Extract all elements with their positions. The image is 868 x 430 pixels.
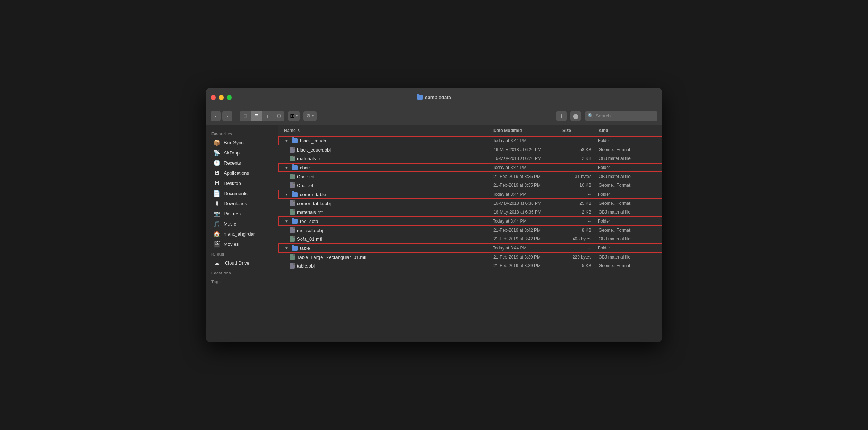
- sidebar-item-label: Music: [224, 221, 236, 227]
- sidebar-item-icloud-drive[interactable]: ☁ iCloud Drive: [208, 258, 276, 268]
- main-content: Favourites 📦 Box Sync 📡 AirDrop 🕐 Recent…: [206, 125, 662, 342]
- search-input[interactable]: [596, 113, 654, 119]
- sidebar-item-label: Recents: [224, 160, 241, 166]
- actions-button[interactable]: ⚙ ▾: [303, 111, 317, 121]
- col-size-header[interactable]: Size: [562, 128, 599, 133]
- share-button[interactable]: ⬆: [556, 111, 567, 121]
- sidebar-item-label: iCloud Drive: [224, 260, 249, 266]
- file-list: ▼ black_couch Today at 3:44 PM -- Folder…: [278, 136, 662, 342]
- column-headers: Name ∧ Date Modified Size Kind: [278, 125, 662, 136]
- sidebar-item-label: manojjahgirdar: [224, 231, 255, 237]
- sidebar-item-label: Movies: [224, 241, 239, 247]
- sidebar-item-recents[interactable]: 🕐 Recents: [208, 158, 276, 168]
- sidebar-item-airdrop[interactable]: 📡 AirDrop: [208, 148, 276, 158]
- sidebar-item-label: Pictures: [224, 211, 241, 216]
- applications-icon: 🖥: [214, 170, 220, 176]
- window-title: sampledata: [417, 95, 451, 100]
- gear-chevron-icon: ▾: [312, 114, 314, 118]
- table-row[interactable]: materials.mtl 16-May-2018 at 6:26 PM 2 K…: [278, 154, 662, 163]
- movies-icon: 🎬: [214, 241, 220, 247]
- finder-window: sampledata ‹ › ⊞ ☰ ⫿ ⊡ ⊞ ▾ ⚙ ▾ ⬆ ⬤ 🔍: [206, 88, 662, 342]
- table-row[interactable]: black_couch.obj 16-May-2018 at 6:26 PM 5…: [278, 145, 662, 154]
- col-name-header[interactable]: Name ∧: [284, 128, 493, 133]
- table-row[interactable]: ▼ table Today at 3:44 PM -- Folder: [278, 243, 662, 253]
- maximize-button[interactable]: [227, 95, 232, 100]
- file-name: black_couch.obj: [290, 147, 493, 153]
- list-view-button[interactable]: ☰: [251, 111, 262, 121]
- gallery-view-button[interactable]: ⊡: [273, 111, 284, 121]
- downloads-icon: ⬇: [214, 200, 220, 207]
- expand-triangle-icon: ▼: [285, 193, 288, 197]
- forward-button[interactable]: ›: [222, 111, 232, 121]
- file-icon: [290, 254, 295, 260]
- sidebar-item-desktop[interactable]: 🖥 Desktop: [208, 178, 276, 188]
- view-options-dropdown[interactable]: ⊞ ▾: [288, 111, 300, 121]
- documents-icon: 📄: [214, 190, 220, 197]
- tag-button[interactable]: ⬤: [570, 111, 581, 121]
- expand-triangle-icon: ▼: [285, 166, 288, 170]
- table-row[interactable]: materials.mtl 16-May-2018 at 6:36 PM 2 K…: [278, 208, 662, 216]
- minimize-button[interactable]: [219, 95, 224, 100]
- folder-name: ▼ chair: [285, 165, 493, 170]
- view-controls: ⊞ ☰ ⫿ ⊡: [240, 111, 284, 121]
- table-row[interactable]: corner_table.obj 16-May-2018 at 6:36 PM …: [278, 199, 662, 208]
- table-row[interactable]: Chair.mtl 21-Feb-2019 at 3:35 PM 131 byt…: [278, 172, 662, 181]
- table-row[interactable]: ▼ red_sofa Today at 3:44 PM -- Folder: [278, 216, 662, 226]
- column-view-button[interactable]: ⫿: [262, 111, 273, 121]
- file-icon: [290, 236, 295, 242]
- sidebar-item-music[interactable]: 🎵 Music: [208, 219, 276, 229]
- title-folder-icon: [417, 95, 423, 100]
- dropdown-chevron-icon: ▾: [296, 114, 298, 118]
- table-row[interactable]: Sofa_01.mtl 21-Feb-2019 at 3:42 PM 408 b…: [278, 235, 662, 243]
- file-icon: [290, 200, 295, 206]
- sidebar-item-label: Documents: [224, 191, 248, 196]
- folder-name: ▼ black_couch: [285, 138, 493, 144]
- file-name: materials.mtl: [290, 156, 493, 161]
- search-box: 🔍: [585, 111, 657, 121]
- table-row[interactable]: red_sofa.obj 21-Feb-2019 at 3:42 PM 8 KB…: [278, 226, 662, 235]
- back-button[interactable]: ‹: [211, 111, 221, 121]
- sidebar-item-movies[interactable]: 🎬 Movies: [208, 239, 276, 249]
- folder-name: ▼ red_sofa: [285, 219, 493, 224]
- expand-triangle-icon: ▼: [285, 139, 288, 143]
- folder-icon: [292, 192, 298, 197]
- table-row[interactable]: table.obj 21-Feb-2019 at 3:39 PM 5 KB Ge…: [278, 261, 662, 270]
- icon-view-button[interactable]: ⊞: [240, 111, 251, 121]
- sort-arrow-icon: ∧: [297, 128, 300, 132]
- col-date-header[interactable]: Date Modified: [493, 128, 562, 133]
- desktop-icon: 🖥: [214, 180, 220, 186]
- empty-area: [278, 270, 662, 342]
- folder-icon: [292, 246, 298, 251]
- sidebar-item-pictures[interactable]: 📷 Pictures: [208, 208, 276, 219]
- table-row[interactable]: ▼ black_couch Today at 3:44 PM -- Folder: [278, 136, 662, 145]
- table-row[interactable]: ▼ corner_table Today at 3:44 PM -- Folde…: [278, 190, 662, 199]
- sidebar-item-applications[interactable]: 🖥 Applications: [208, 168, 276, 178]
- locations-label: Locations: [206, 268, 278, 277]
- col-kind-header[interactable]: Kind: [599, 128, 657, 133]
- folder-icon: [292, 219, 298, 224]
- file-area: Name ∧ Date Modified Size Kind ▼ black_c…: [278, 125, 662, 342]
- recents-icon: 🕐: [214, 160, 220, 166]
- icloud-icon: ☁: [214, 260, 220, 266]
- file-name: table.obj: [290, 263, 493, 269]
- table-row[interactable]: Table_Large_Rectangular_01.mtl 21-Feb-20…: [278, 253, 662, 261]
- folder-name: ▼ corner_table: [285, 192, 493, 197]
- sidebar-item-label: AirDrop: [224, 150, 240, 156]
- table-row[interactable]: Chair.obj 21-Feb-2019 at 3:35 PM 16 KB G…: [278, 181, 662, 190]
- sidebar-item-box-sync[interactable]: 📦 Box Sync: [208, 137, 276, 148]
- folder-icon: [292, 138, 298, 143]
- sidebar-item-label: Desktop: [224, 181, 241, 186]
- sidebar-item-documents[interactable]: 📄 Documents: [208, 188, 276, 198]
- airdrop-icon: 📡: [214, 149, 220, 156]
- close-button[interactable]: [211, 95, 216, 100]
- music-icon: 🎵: [214, 220, 220, 227]
- sidebar-item-downloads[interactable]: ⬇ Downloads: [208, 198, 276, 208]
- tags-label: Tags: [206, 277, 278, 285]
- table-row[interactable]: ▼ chair Today at 3:44 PM -- Folder: [278, 163, 662, 172]
- titlebar: sampledata: [206, 88, 662, 107]
- home-icon: 🏠: [214, 231, 220, 237]
- file-name: Chair.mtl: [290, 174, 493, 179]
- file-icon: [290, 156, 295, 161]
- sidebar-item-home[interactable]: 🏠 manojjahgirdar: [208, 229, 276, 239]
- nav-buttons: ‹ ›: [211, 111, 232, 121]
